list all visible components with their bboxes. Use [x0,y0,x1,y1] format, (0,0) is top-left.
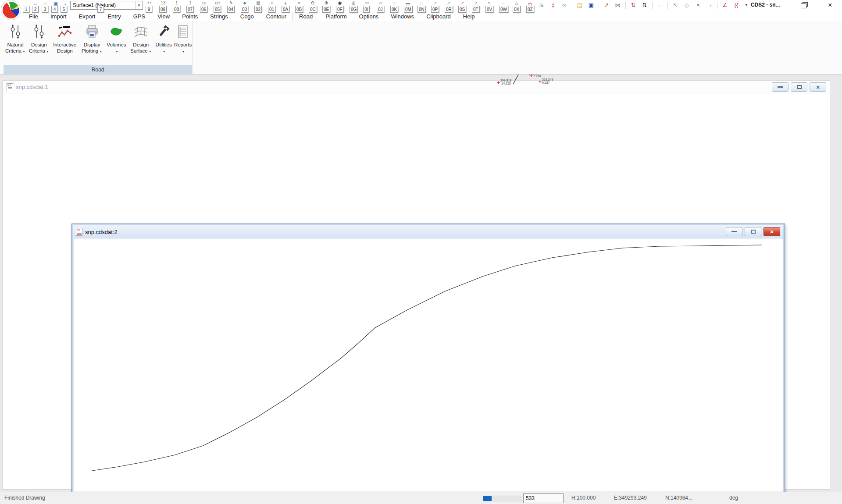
window2-close-button[interactable]: × [764,227,780,236]
tab-gps[interactable]: GPS [127,12,151,21]
roof-icon[interactable]: ⌂ [417,0,425,6]
keytip-0X: 0X [513,6,521,13]
tab-platform[interactable]: Platform [319,12,353,21]
house-icon[interactable]: ⌂ [390,0,398,6]
arrow4-icon[interactable]: ↗ [472,0,480,6]
window2-maximize-button[interactable] [745,227,761,236]
tab-import[interactable]: Import [44,12,73,21]
app-logo-icon[interactable] [1,0,21,20]
ribbon-button-label: DesignSurface▼ [130,42,152,54]
design-icon[interactable]: de [214,0,221,6]
angle-icon[interactable]: ∠ [721,1,729,9]
ribbon-button-label: DesignCriteria▼ [29,42,49,54]
open-folder-icon[interactable]: ▱ [42,0,50,6]
tab-view[interactable]: View [151,12,176,21]
arrow6-icon[interactable]: → [499,0,507,6]
window2-minimize-button[interactable] [726,227,742,236]
cogo-icon[interactable]: co [200,0,208,6]
layers-icon[interactable]: ≡ [268,0,276,6]
keytip-0V: 0V [485,6,493,13]
ribbon-button-design-surface[interactable]: DesignSurface▼ [128,23,154,65]
toolbar-separator [652,2,653,9]
tab-windows[interactable]: Windows [385,12,420,21]
chevron-down-icon[interactable]: ⌄ [61,0,69,6]
link-icon[interactable]: ∞ [560,1,568,9]
arrow3-icon[interactable]: ↗ [458,0,466,6]
block-icon[interactable]: ▬ [404,0,412,6]
extent-icon[interactable]: ◉ [336,0,344,6]
tab-road[interactable]: Road [293,12,319,21]
hook-icon[interactable]: ⌐ [526,0,534,6]
tab-clipboard[interactable]: Clipboard [420,12,457,21]
window2-title-bar[interactable]: snp.cdsdat:2 × [73,225,783,238]
raise-icon[interactable]: ↥ [173,0,181,6]
open-icon[interactable]: ▤ [576,1,584,9]
arrow2-icon[interactable]: ↗ [445,0,453,6]
tab-contour[interactable]: Contour [260,12,293,21]
zoom-in-icon[interactable]: ⊕ [322,0,330,6]
window1-close-button[interactable]: × [810,82,826,92]
profile-view-canvas[interactable] [74,239,783,491]
shape2-icon[interactable]: ▱ [377,0,385,6]
pan-icon[interactable]: ◎ [350,0,357,6]
window1-minimize-button[interactable] [772,82,788,92]
raise-all-icon[interactable]: ↥ [186,0,194,6]
tree-icon[interactable]: ♣ [241,0,249,6]
keytip-05: 05 [214,6,221,13]
window1-title-bar[interactable]: snp.cdsdat:1 × [3,81,830,93]
section-icon[interactable]: ⋈ [614,1,622,9]
parens-icon[interactable]: ({ [732,1,740,9]
xk-icon[interactable]: × [694,1,702,9]
progress-bar [483,496,522,501]
arrow1-icon[interactable]: ↗ [431,0,439,6]
ribbon-button-display-plotting[interactable]: DisplayPlotting▼ [79,23,105,65]
shape1-icon[interactable]: ▭ [363,0,371,6]
tab-file[interactable]: File [23,12,44,21]
chart-icon [58,25,72,40]
polygon-icon[interactable]: ◇ [683,1,691,9]
toolbar-separator [599,2,599,9]
app-close-button[interactable]: × [824,1,837,10]
app-restore-button[interactable] [796,1,810,10]
hook2-icon[interactable]: ⌐ [656,1,664,9]
ribbon-button-interactive-design[interactable]: InteractiveDesign [51,23,79,65]
save-icon[interactable]: ▣ [587,1,595,9]
arrow5-icon[interactable]: ↖ [485,0,493,6]
window-icon[interactable]: ▣ [52,0,60,6]
ribbon: NaturalCriteria▼DesignCriteria▼Interacti… [0,21,842,75]
tab-cogo[interactable]: Cogo [234,12,260,21]
corner-icon[interactable]: ¬ [706,1,714,9]
window1-maximize-button[interactable] [791,82,807,92]
ribbon-button-natural-criteria[interactable]: NaturalCriteria▼ [4,23,27,65]
triangle-icon[interactable]: ▲ [282,0,289,6]
edit-icon[interactable]: ✎ [227,0,235,6]
tab-options[interactable]: Options [353,12,385,21]
new-document-icon[interactable]: □ [32,0,39,6]
ribbon-button-reports[interactable]: Reports▼ [173,23,193,65]
cross-section-icon[interactable]: ‡ [549,1,557,9]
ribbon-button-design-criteria[interactable]: DesignCriteria▼ [27,23,51,65]
tab-strings[interactable]: Strings [204,12,234,21]
contour-lines-icon[interactable]: ≋ [538,1,546,9]
tab-help[interactable]: Help [457,12,481,21]
tab-export[interactable]: Export [73,12,102,21]
pointer-icon[interactable]: ↖ [671,1,679,9]
ribbon-button-volumes[interactable]: Volumes▼ [105,23,128,65]
tab-entry[interactable]: Entry [101,12,127,21]
zoom-out-icon[interactable]: ⊖ [309,0,317,6]
pins-black-icon[interactable]: ⇅ [641,1,649,9]
status-easting: E:349293.249 [614,495,647,501]
surface-selector-combobox[interactable]: Surface1 (Natural) ▼ [70,1,143,10]
maximize-icon [751,230,756,234]
number-points-icon[interactable]: 13 [159,0,167,6]
profile-chart-icon[interactable]: ↗ [603,1,610,9]
pins-red-icon[interactable]: ⇅ [629,1,637,9]
qat-customize-arrow-icon[interactable]: ▼ [745,3,748,7]
waves-icon[interactable]: ≈ [295,0,303,6]
grid-icon[interactable]: ▦ [254,0,262,6]
add-points-icon[interactable]: ++ [146,0,153,6]
ribbon-button-utilities[interactable]: Utilities▼ [154,23,173,65]
tab-points[interactable]: Points [176,12,204,21]
delta-icon[interactable]: △ [513,0,521,6]
combo-dropdown-icon[interactable]: ▼ [135,1,143,9]
